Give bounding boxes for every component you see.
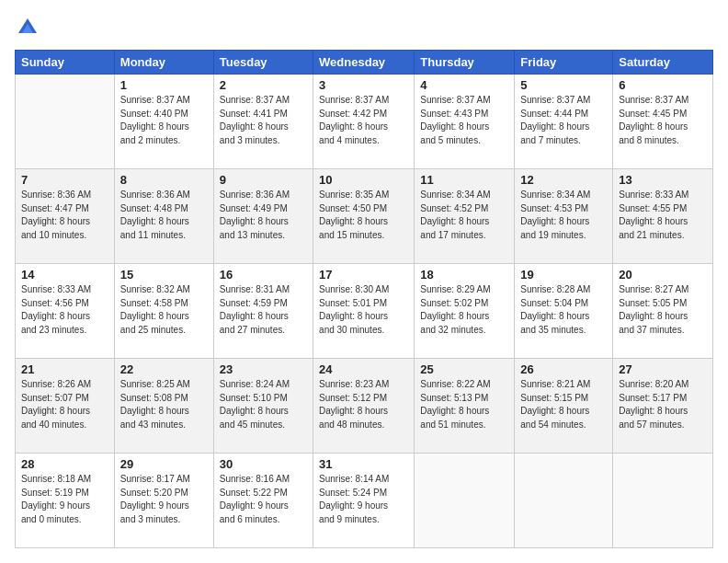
calendar-cell: 7Sunrise: 8:36 AM Sunset: 4:47 PM Daylig… [16, 169, 115, 264]
day-info: Sunrise: 8:37 AM Sunset: 4:44 PM Dayligh… [520, 94, 607, 147]
calendar-week-row: 7Sunrise: 8:36 AM Sunset: 4:47 PM Daylig… [16, 169, 713, 264]
day-info: Sunrise: 8:33 AM Sunset: 4:56 PM Dayligh… [21, 283, 108, 337]
weekday-thursday: Thursday [415, 51, 515, 75]
calendar-cell [415, 454, 515, 548]
calendar-cell: 12Sunrise: 8:34 AM Sunset: 4:53 PM Dayli… [515, 169, 613, 264]
calendar-cell: 4Sunrise: 8:37 AM Sunset: 4:43 PM Daylig… [415, 75, 515, 169]
day-number: 5 [520, 78, 607, 92]
calendar: SundayMondayTuesdayWednesdayThursdayFrid… [15, 50, 713, 548]
day-info: Sunrise: 8:26 AM Sunset: 5:07 PM Dayligh… [21, 378, 108, 431]
day-number: 4 [420, 78, 508, 92]
header [15, 15, 713, 40]
day-number: 19 [520, 268, 607, 282]
day-info: Sunrise: 8:34 AM Sunset: 4:53 PM Dayligh… [520, 189, 607, 242]
day-number: 31 [319, 457, 408, 471]
day-number: 17 [319, 268, 408, 282]
day-number: 14 [21, 268, 108, 282]
day-number: 6 [619, 78, 707, 92]
page: SundayMondayTuesdayWednesdayThursdayFrid… [0, 0, 728, 563]
day-number: 12 [520, 173, 607, 187]
day-info: Sunrise: 8:33 AM Sunset: 4:55 PM Dayligh… [619, 189, 707, 242]
day-number: 28 [21, 457, 108, 471]
calendar-cell: 13Sunrise: 8:33 AM Sunset: 4:55 PM Dayli… [613, 169, 713, 264]
calendar-cell: 30Sunrise: 8:16 AM Sunset: 5:22 PM Dayli… [213, 454, 313, 548]
calendar-cell: 2Sunrise: 8:37 AM Sunset: 4:41 PM Daylig… [213, 75, 313, 169]
weekday-saturday: Saturday [613, 51, 713, 75]
day-number: 3 [319, 78, 408, 92]
calendar-cell: 24Sunrise: 8:23 AM Sunset: 5:12 PM Dayli… [313, 359, 415, 454]
day-info: Sunrise: 8:22 AM Sunset: 5:13 PM Dayligh… [420, 378, 508, 431]
day-number: 2 [220, 78, 307, 92]
day-info: Sunrise: 8:37 AM Sunset: 4:40 PM Dayligh… [120, 94, 208, 147]
weekday-tuesday: Tuesday [213, 51, 313, 75]
day-info: Sunrise: 8:32 AM Sunset: 4:58 PM Dayligh… [120, 283, 208, 337]
day-number: 26 [520, 362, 607, 376]
weekday-sunday: Sunday [16, 51, 115, 75]
calendar-cell: 10Sunrise: 8:35 AM Sunset: 4:50 PM Dayli… [313, 169, 415, 264]
calendar-cell: 9Sunrise: 8:36 AM Sunset: 4:49 PM Daylig… [213, 169, 313, 264]
day-info: Sunrise: 8:37 AM Sunset: 4:43 PM Dayligh… [420, 94, 508, 147]
day-number: 21 [21, 362, 108, 376]
day-info: Sunrise: 8:36 AM Sunset: 4:48 PM Dayligh… [120, 189, 208, 242]
day-number: 24 [319, 362, 408, 376]
weekday-wednesday: Wednesday [313, 51, 415, 75]
calendar-cell: 15Sunrise: 8:32 AM Sunset: 4:58 PM Dayli… [114, 264, 213, 359]
logo-icon [15, 15, 40, 40]
calendar-cell: 29Sunrise: 8:17 AM Sunset: 5:20 PM Dayli… [114, 454, 213, 548]
calendar-cell: 31Sunrise: 8:14 AM Sunset: 5:24 PM Dayli… [313, 454, 415, 548]
calendar-cell: 8Sunrise: 8:36 AM Sunset: 4:48 PM Daylig… [114, 169, 213, 264]
calendar-cell: 23Sunrise: 8:24 AM Sunset: 5:10 PM Dayli… [213, 359, 313, 454]
weekday-monday: Monday [114, 51, 213, 75]
day-number: 1 [120, 78, 208, 92]
day-info: Sunrise: 8:37 AM Sunset: 4:41 PM Dayligh… [220, 94, 307, 147]
day-number: 25 [420, 362, 508, 376]
day-info: Sunrise: 8:34 AM Sunset: 4:52 PM Dayligh… [420, 189, 508, 242]
day-number: 11 [420, 173, 508, 187]
weekday-friday: Friday [515, 51, 613, 75]
calendar-cell: 1Sunrise: 8:37 AM Sunset: 4:40 PM Daylig… [114, 75, 213, 169]
day-info: Sunrise: 8:30 AM Sunset: 5:01 PM Dayligh… [319, 283, 408, 337]
day-info: Sunrise: 8:29 AM Sunset: 5:02 PM Dayligh… [420, 283, 508, 337]
day-info: Sunrise: 8:20 AM Sunset: 5:17 PM Dayligh… [619, 378, 707, 431]
calendar-week-row: 28Sunrise: 8:18 AM Sunset: 5:19 PM Dayli… [16, 454, 713, 548]
day-number: 23 [220, 362, 307, 376]
calendar-week-row: 1Sunrise: 8:37 AM Sunset: 4:40 PM Daylig… [16, 75, 713, 169]
calendar-cell: 27Sunrise: 8:20 AM Sunset: 5:17 PM Dayli… [613, 359, 713, 454]
calendar-cell: 16Sunrise: 8:31 AM Sunset: 4:59 PM Dayli… [213, 264, 313, 359]
calendar-cell: 14Sunrise: 8:33 AM Sunset: 4:56 PM Dayli… [16, 264, 115, 359]
day-info: Sunrise: 8:27 AM Sunset: 5:05 PM Dayligh… [619, 283, 707, 337]
calendar-cell: 5Sunrise: 8:37 AM Sunset: 4:44 PM Daylig… [515, 75, 613, 169]
calendar-cell: 18Sunrise: 8:29 AM Sunset: 5:02 PM Dayli… [415, 264, 515, 359]
calendar-cell: 19Sunrise: 8:28 AM Sunset: 5:04 PM Dayli… [515, 264, 613, 359]
day-info: Sunrise: 8:37 AM Sunset: 4:45 PM Dayligh… [619, 94, 707, 147]
day-number: 10 [319, 173, 408, 187]
calendar-cell [613, 454, 713, 548]
day-info: Sunrise: 8:35 AM Sunset: 4:50 PM Dayligh… [319, 189, 408, 242]
weekday-header-row: SundayMondayTuesdayWednesdayThursdayFrid… [16, 51, 713, 75]
day-number: 13 [619, 173, 707, 187]
day-number: 15 [120, 268, 208, 282]
calendar-cell: 22Sunrise: 8:25 AM Sunset: 5:08 PM Dayli… [114, 359, 213, 454]
day-info: Sunrise: 8:21 AM Sunset: 5:15 PM Dayligh… [520, 378, 607, 431]
day-info: Sunrise: 8:23 AM Sunset: 5:12 PM Dayligh… [319, 378, 408, 431]
calendar-cell: 17Sunrise: 8:30 AM Sunset: 5:01 PM Dayli… [313, 264, 415, 359]
calendar-week-row: 14Sunrise: 8:33 AM Sunset: 4:56 PM Dayli… [16, 264, 713, 359]
calendar-cell: 20Sunrise: 8:27 AM Sunset: 5:05 PM Dayli… [613, 264, 713, 359]
day-info: Sunrise: 8:18 AM Sunset: 5:19 PM Dayligh… [21, 473, 108, 526]
day-number: 7 [21, 173, 108, 187]
day-info: Sunrise: 8:16 AM Sunset: 5:22 PM Dayligh… [220, 473, 307, 526]
day-info: Sunrise: 8:25 AM Sunset: 5:08 PM Dayligh… [120, 378, 208, 431]
day-info: Sunrise: 8:31 AM Sunset: 4:59 PM Dayligh… [220, 283, 307, 337]
calendar-cell: 28Sunrise: 8:18 AM Sunset: 5:19 PM Dayli… [16, 454, 115, 548]
calendar-cell [16, 75, 115, 169]
calendar-cell: 26Sunrise: 8:21 AM Sunset: 5:15 PM Dayli… [515, 359, 613, 454]
calendar-cell: 21Sunrise: 8:26 AM Sunset: 5:07 PM Dayli… [16, 359, 115, 454]
day-number: 30 [220, 457, 307, 471]
day-number: 8 [120, 173, 208, 187]
day-number: 18 [420, 268, 508, 282]
calendar-cell: 3Sunrise: 8:37 AM Sunset: 4:42 PM Daylig… [313, 75, 415, 169]
day-number: 16 [220, 268, 307, 282]
day-number: 9 [220, 173, 307, 187]
day-number: 20 [619, 268, 707, 282]
calendar-cell: 25Sunrise: 8:22 AM Sunset: 5:13 PM Dayli… [415, 359, 515, 454]
